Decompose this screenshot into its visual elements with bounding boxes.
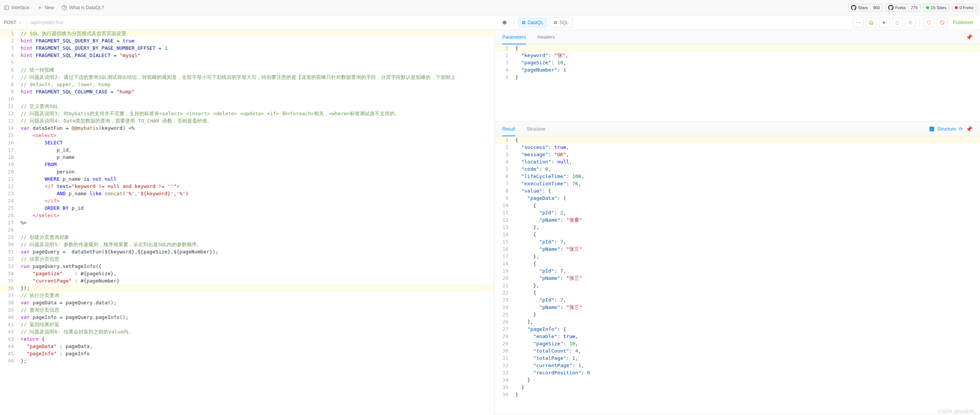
- run-button[interactable]: [879, 18, 890, 28]
- badge-value: 275: [908, 5, 920, 10]
- code-content[interactable]: { "keyword": "张", "pageSize": 10, "pageN…: [512, 44, 980, 121]
- badge-label: 0 Forks: [959, 5, 973, 10]
- save-button[interactable]: [866, 18, 877, 28]
- github-stars-badge[interactable]: Stars 960: [848, 4, 882, 11]
- separator: [920, 19, 920, 26]
- result-tabs: Result Structure ✓ Structure ⟳ 📌: [495, 122, 980, 136]
- params-tabs: Parameters Headers 📌: [495, 30, 980, 44]
- ban-icon: [940, 20, 944, 25]
- svg-rect-0: [5, 5, 9, 10]
- green-dot-icon: [926, 6, 929, 9]
- interface-label: Interface: [11, 5, 29, 10]
- gitee-forks-badge[interactable]: 0 Forks: [952, 4, 976, 11]
- topbar-badges: Stars 960 Forks 275 15 Stars 0 Forks: [848, 4, 976, 11]
- play-icon: [882, 20, 887, 25]
- result-editor[interactable]: 1234567891011121314151617181920212223242…: [495, 136, 980, 415]
- plus-icon: [37, 5, 42, 10]
- disable-button[interactable]: [937, 18, 947, 28]
- line-gutter: 1234567891011121314151617181920212223242…: [495, 136, 512, 415]
- new-label: New: [45, 5, 54, 10]
- badge-label: 15 Stars: [931, 5, 946, 10]
- help-label: What is DataQL?: [69, 5, 104, 10]
- tab-parameters[interactable]: Parameters: [502, 30, 526, 44]
- params-editor[interactable]: 12345 { "keyword": "张", "pageSize": 10, …: [495, 44, 980, 121]
- radio-icon: [554, 21, 557, 24]
- pin-icon[interactable]: 📌: [966, 34, 972, 40]
- red-dot-icon: [955, 6, 958, 9]
- chevron-down-icon: [18, 20, 23, 25]
- svg-point-6: [503, 21, 506, 25]
- svg-marker-7: [883, 21, 886, 24]
- code-content[interactable]: // SQL 执行器切换为分页模式及首页页面设置hint FRAGMENT_SQ…: [18, 30, 494, 415]
- new-button[interactable]: New: [37, 5, 54, 10]
- copy-button[interactable]: [905, 18, 916, 28]
- badge-label: Stars: [858, 5, 868, 10]
- panel-icon: [4, 5, 9, 10]
- interface-button[interactable]: Interface: [4, 5, 29, 10]
- info-button[interactable]: [499, 18, 510, 28]
- svg-line-11: [941, 21, 944, 24]
- test-button[interactable]: [892, 18, 903, 28]
- method-select[interactable]: POST: [0, 15, 27, 29]
- result-panel: Result Structure ✓ Structure ⟳ 📌 1234567…: [495, 122, 980, 415]
- top-bar: Interface New What is DataQL? Stars 960 …: [0, 0, 980, 15]
- code-content[interactable]: { "success": true, "message": "OK", "loc…: [512, 136, 980, 415]
- parameters-panel: Parameters Headers 📌 12345 { "keyword": …: [495, 30, 980, 122]
- badge-value: 960: [870, 5, 882, 10]
- tab-label: DataQL: [528, 20, 543, 25]
- line-gutter: 1234567891011121314151617181920212223242…: [0, 30, 18, 415]
- tab-result[interactable]: Result: [502, 122, 515, 136]
- save-icon: [869, 20, 874, 25]
- info-icon: [502, 20, 507, 25]
- url-input[interactable]: /api/mybatisTest: [27, 15, 492, 29]
- help-button[interactable]: What is DataQL?: [62, 5, 104, 10]
- question-icon: [62, 5, 67, 10]
- undo-icon: [927, 20, 931, 25]
- watermark: CSDN @leo825...: [938, 408, 978, 414]
- structure-label[interactable]: Structure: [937, 126, 956, 132]
- status-published: Published: [950, 20, 976, 25]
- structure-checkbox[interactable]: ✓: [929, 127, 934, 131]
- svg-point-5: [64, 9, 64, 9]
- tab-label: SQL: [559, 20, 568, 25]
- undo-button[interactable]: [924, 18, 934, 28]
- gitee-stars-badge[interactable]: 15 Stars: [923, 4, 949, 11]
- more-button[interactable]: ⋯: [853, 18, 864, 28]
- separator: [514, 19, 514, 26]
- request-bar: POST /api/mybatisTest DataQL SQL ⋯: [0, 15, 980, 30]
- badge-label: Forks: [895, 5, 906, 10]
- sql-tab[interactable]: SQL: [550, 18, 573, 28]
- method-label: POST: [4, 20, 16, 25]
- tab-headers[interactable]: Headers: [537, 30, 555, 44]
- pin-icon[interactable]: 📌: [966, 126, 972, 132]
- code-editor[interactable]: 1234567891011121314151617181920212223242…: [0, 30, 494, 415]
- github-icon: [851, 5, 856, 10]
- copy-icon: [908, 20, 913, 25]
- refresh-button[interactable]: ⟳: [959, 126, 963, 132]
- line-gutter: 12345: [495, 44, 512, 121]
- dataql-tab[interactable]: DataQL: [518, 18, 547, 28]
- github-forks-badge[interactable]: Forks 275: [885, 4, 920, 11]
- github-icon: [888, 5, 893, 10]
- more-icon: ⋯: [856, 20, 861, 25]
- tab-structure[interactable]: Structure: [527, 122, 546, 136]
- flask-icon: [895, 20, 900, 25]
- radio-icon: [522, 21, 525, 24]
